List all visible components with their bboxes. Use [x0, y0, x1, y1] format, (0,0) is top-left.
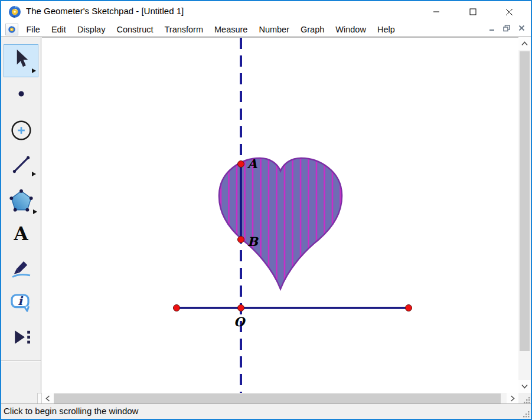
resize-grip-icon: [523, 396, 531, 404]
mdi-restore-button[interactable]: [502, 24, 511, 32]
segment-tool-icon: [11, 154, 32, 175]
menu-measure[interactable]: Measure: [209, 22, 253, 37]
tool-information[interactable]: i: [1, 292, 41, 314]
point-label-B[interactable]: B: [247, 234, 259, 249]
menu-edit[interactable]: Edit: [45, 22, 71, 37]
mdi-minimize-icon: [489, 25, 495, 31]
info-tool-icon: i: [9, 292, 33, 314]
mdi-window-controls: [487, 24, 526, 32]
scrollbar-corner[interactable]: [518, 393, 531, 404]
horizontal-scroll-thumb[interactable]: [54, 393, 501, 403]
tool-custom[interactable]: [1, 326, 41, 347]
polygon-flyout-icon[interactable]: [33, 209, 37, 214]
document-icon[interactable]: [5, 24, 18, 35]
window-resize-grip-icon[interactable]: [522, 410, 530, 418]
menu-graph[interactable]: Graph: [295, 22, 330, 37]
arrow-tool-flyout-icon[interactable]: [32, 68, 36, 73]
app-window: The Geometer's Sketchpad - [Untitled 1]: [0, 0, 532, 420]
chevron-left-icon: [45, 395, 50, 402]
point-label-O[interactable]: O: [234, 314, 246, 329]
tool-selection-arrow[interactable]: [1, 48, 41, 71]
straightedge-flyout-icon[interactable]: [32, 172, 36, 176]
menu-transform[interactable]: Transform: [159, 22, 209, 37]
marker-tool-icon: [10, 258, 32, 280]
scroll-down-button[interactable]: [518, 380, 531, 393]
mdi-restore-icon: [503, 25, 510, 32]
chevron-down-icon: [521, 384, 528, 389]
chevron-up-icon: [521, 41, 528, 46]
close-icon: [505, 8, 513, 16]
menu-help[interactable]: Help: [371, 22, 400, 37]
workspace: A i: [1, 37, 531, 403]
menu-window[interactable]: Window: [330, 22, 372, 37]
scroll-right-button[interactable]: [507, 393, 518, 404]
menu-number[interactable]: Number: [253, 22, 295, 37]
polygon-tool-icon: [9, 188, 34, 213]
custom-tool-icon: [11, 326, 32, 347]
scrollbar-left-pad: [37, 393, 42, 404]
point-unlabeled[interactable]: [174, 305, 180, 311]
text-tool-icon: A: [14, 225, 28, 243]
title-bar[interactable]: The Geometer's Sketchpad - [Untitled 1]: [1, 1, 531, 22]
mdi-close-button[interactable]: [517, 24, 526, 32]
horizontal-scrollbar[interactable]: [42, 393, 518, 404]
status-bar: Click to begin scrolling the window: [1, 403, 531, 419]
menu-display[interactable]: Display: [71, 22, 111, 37]
point-B[interactable]: [238, 237, 244, 243]
vertical-scroll-thumb[interactable]: [520, 51, 530, 351]
minimize-icon: [433, 8, 440, 15]
menu-bar: File Edit Display Construct Transform Me…: [1, 22, 531, 37]
vertical-scrollbar[interactable]: [518, 37, 531, 393]
tool-point[interactable]: [1, 87, 41, 100]
maximize-button[interactable]: [459, 1, 486, 22]
maximize-icon: [469, 8, 476, 15]
status-message: Click to begin scrolling the window: [4, 406, 138, 416]
window-title: The Geometer's Sketchpad - [Untitled 1]: [26, 6, 184, 16]
point-tool-icon: [15, 87, 28, 100]
mdi-minimize-button[interactable]: [487, 24, 497, 32]
toolbar-separator: [1, 360, 41, 362]
app-logo-icon: [8, 5, 21, 18]
drawing-area[interactable]: ABO: [42, 37, 518, 393]
point-O[interactable]: [238, 305, 244, 311]
menu-items: File Edit Display Construct Transform Me…: [21, 22, 400, 37]
tool-marker[interactable]: [1, 258, 41, 280]
point-unlabeled[interactable]: [406, 305, 412, 311]
scroll-left-button[interactable]: [42, 393, 54, 404]
selection-arrow-icon: [11, 48, 31, 71]
tool-compass[interactable]: [1, 119, 41, 142]
compass-circle-icon: [10, 119, 32, 142]
menu-file[interactable]: File: [21, 22, 45, 37]
tool-palette: A i: [1, 37, 41, 404]
close-button[interactable]: [496, 1, 523, 22]
minimize-button[interactable]: [423, 1, 449, 22]
menu-construct[interactable]: Construct: [111, 22, 159, 37]
point-label-A[interactable]: A: [247, 156, 257, 171]
mdi-close-icon: [518, 25, 525, 31]
point-A[interactable]: [238, 161, 244, 168]
sketch-canvas[interactable]: ABO: [42, 38, 518, 393]
scroll-up-button[interactable]: [518, 37, 531, 50]
tool-text[interactable]: A: [1, 225, 41, 243]
chevron-right-icon: [510, 395, 515, 402]
